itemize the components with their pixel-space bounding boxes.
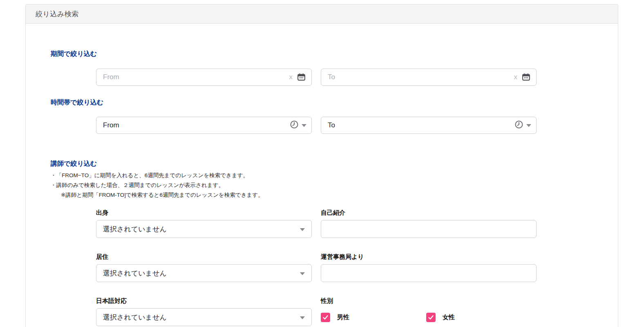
checkbox-checked-icon[interactable] (426, 313, 436, 322)
fields-row-1: 出身 選択されていません 自己紹介 (96, 209, 618, 238)
checkbox-checked-icon[interactable] (321, 313, 330, 322)
filter-search-panel: 絞り込み検索 期間で絞り込む x (25, 4, 618, 327)
residence-select-value: 選択されていません (96, 269, 167, 278)
date-to-input[interactable] (321, 69, 536, 85)
chevron-down-icon (300, 272, 305, 275)
gender-male-label: 男性 (337, 314, 349, 321)
gender-female-label: 女性 (443, 314, 455, 321)
instructor-notes: ・「FROM−TO」に期間を入れると、6週間先までのレッスンを検索できます。 ・… (51, 171, 618, 200)
time-from-select[interactable]: From (96, 117, 312, 134)
date-from-input[interactable] (96, 69, 311, 85)
clock-icon (289, 120, 299, 131)
chevron-down-icon (302, 124, 306, 127)
date-from-clear-icon[interactable]: x (289, 73, 293, 80)
time-from-value: From (96, 121, 119, 129)
japanese-support-select[interactable]: 選択されていません (96, 308, 312, 326)
date-from-field[interactable]: x (96, 69, 312, 86)
time-row: From To (96, 117, 618, 134)
japanese-support-select-value: 選択されていません (96, 313, 167, 322)
self-intro-input[interactable] (321, 220, 536, 238)
gender-option-female[interactable]: 女性 (426, 313, 532, 322)
note-line: ・「FROM−TO」に期間を入れると、6週間先までのレッスンを検索できます。 (51, 171, 618, 180)
calendar-icon[interactable] (522, 73, 530, 82)
japanese-support-label: 日本語対応 (96, 297, 312, 305)
panel-body: 期間で絞り込む x (26, 24, 618, 326)
calendar-icon[interactable] (297, 73, 306, 82)
section-heading-period: 期間で絞り込む (51, 49, 618, 58)
time-to-select[interactable]: To (321, 117, 537, 134)
period-row: x x (96, 69, 618, 86)
self-intro-field[interactable] (321, 220, 537, 238)
admin-note-input[interactable] (321, 265, 536, 282)
chevron-down-icon (300, 228, 305, 231)
self-intro-label: 自己紹介 (321, 209, 537, 216)
origin-label: 出身 (96, 209, 312, 216)
residence-select[interactable]: 選択されていません (96, 264, 312, 282)
chevron-down-icon (526, 124, 531, 127)
time-to-value: To (321, 121, 335, 129)
section-heading-time: 時間帯で絞り込む (51, 98, 618, 107)
admin-note-field[interactable] (321, 264, 537, 282)
note-line: ・講師のみで検索した場合、２週間までのレッスンが表示されます。 (51, 180, 618, 190)
fields-row-3: 日本語対応 選択されていません 性別 男性 (96, 297, 618, 326)
gender-label: 性別 (321, 297, 537, 305)
fields-row-2: 居住 選択されていません 運営事務局より (96, 253, 618, 282)
gender-options: 男性 女性 (321, 313, 537, 322)
section-heading-instructor: 講師で絞り込む (51, 159, 618, 168)
origin-select[interactable]: 選択されていません (96, 220, 312, 238)
origin-select-value: 選択されていません (96, 225, 167, 234)
note-line: ※講師と期間「FROM-TO]で検索すると6週間先までのレッスンを検索できます。 (51, 190, 618, 200)
chevron-down-icon (300, 316, 305, 319)
panel-title: 絞り込み検索 (36, 9, 79, 19)
gender-option-male[interactable]: 男性 (321, 313, 426, 322)
panel-header: 絞り込み検索 (26, 4, 618, 24)
date-to-clear-icon[interactable]: x (514, 73, 518, 80)
admin-note-label: 運営事務局より (321, 253, 537, 260)
clock-icon (514, 120, 524, 131)
residence-label: 居住 (96, 253, 312, 260)
date-to-field[interactable]: x (321, 69, 537, 86)
